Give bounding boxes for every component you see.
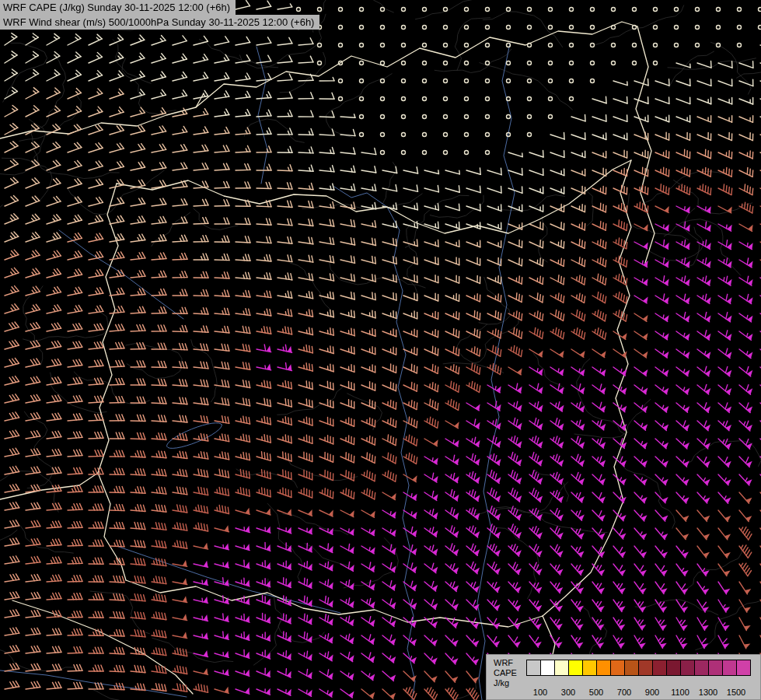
legend-tick-labels: 100300500700900110013001500 — [487, 655, 760, 699]
legend-tick-label: 1500 — [727, 688, 745, 697]
cape-legend: WRF CAPE J/kg 10030050070090011001300150… — [486, 654, 761, 700]
legend-tick-label: 900 — [645, 688, 659, 697]
map-title-wind-shear: WRF Wind shear (m/s) 500/1000hPa Sunday … — [0, 15, 319, 30]
legend-tick-label: 100 — [533, 688, 547, 697]
legend-tick-label: 1100 — [671, 688, 689, 697]
legend-tick-label: 300 — [561, 688, 575, 697]
legend-tick-label: 1300 — [699, 688, 717, 697]
legend-tick-label: 500 — [589, 688, 603, 697]
legend-tick-label: 700 — [617, 688, 631, 697]
map-title-cape: WRF CAPE (J/kg) Sunday 30-11-2025 12:00 … — [0, 0, 236, 15]
map-titles: WRF CAPE (J/kg) Sunday 30-11-2025 12:00 … — [0, 0, 319, 30]
wind-barb-map-canvas — [0, 0, 761, 700]
